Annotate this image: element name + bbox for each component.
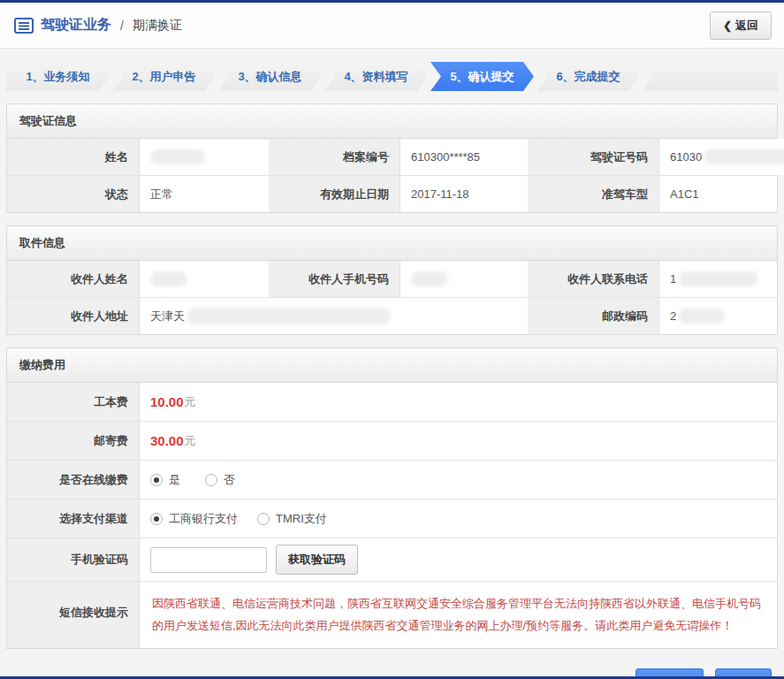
- fee-label: 工本费: [7, 383, 140, 421]
- sms-notice-text: 因陕西省联通、电信运营商技术问题，陕西省互联网交通安全综合服务管理平台无法向持陕…: [140, 582, 777, 648]
- step-3-confirm-info[interactable]: 3、确认信息: [218, 62, 322, 91]
- recipient-mobile-value: [400, 261, 529, 297]
- radio-checked-icon[interactable]: [150, 513, 163, 525]
- redacted-recipient-mobile: [411, 271, 448, 286]
- redacted-name: [150, 149, 205, 164]
- redacted-recipient-phone: [679, 271, 758, 286]
- radio-checked-icon[interactable]: [150, 474, 163, 486]
- step-2-declaration[interactable]: 2、用户申告: [112, 62, 216, 91]
- top-accent-bar: [0, 0, 784, 3]
- vehicle-class-value: A1C1: [659, 176, 777, 212]
- recipient-name-value: [140, 261, 270, 297]
- redacted-recipient-address: [187, 308, 391, 324]
- step-1-notice[interactable]: 1、业务须知: [6, 62, 110, 91]
- license-info-section: 驾驶证信息 姓名 档案编号 610300****85 驾驶证号码 61030 状…: [6, 103, 778, 213]
- expiry-label: 有效期止日期: [270, 176, 400, 212]
- pay-channel-options: 工商银行支付 TMRI支付: [140, 500, 777, 538]
- online-pay-yes-option[interactable]: 是: [150, 472, 180, 488]
- license-info-title: 驾驶证信息: [7, 104, 777, 139]
- back-button-label: 返回: [735, 18, 758, 34]
- table-row: 姓名 档案编号 610300****85 驾驶证号码 61030: [7, 139, 777, 176]
- breadcrumb: 驾驶证业务 / 期满换证: [14, 16, 182, 34]
- table-row: 收件人地址 天津天 邮政编码 2: [7, 298, 777, 334]
- step-6-complete[interactable]: 6、完成提交: [537, 62, 640, 91]
- file-no-label: 档案编号: [270, 139, 400, 175]
- sms-code-input[interactable]: [150, 547, 267, 573]
- page-subtitle: 期满换证: [133, 18, 182, 34]
- postage-row: 邮寄费 30.00 元: [7, 422, 777, 461]
- postage-unit: 元: [185, 433, 196, 449]
- pickup-info-section: 取件信息 收件人姓名 收件人手机号码 收件人联系电话 1 收件人地址 天津天 邮…: [6, 225, 778, 335]
- radio-unchecked-icon[interactable]: [257, 513, 270, 525]
- recipient-mobile-label: 收件人手机号码: [270, 261, 400, 297]
- online-pay-yes-label: 是: [169, 472, 180, 488]
- back-button[interactable]: ❮ 返回: [710, 11, 772, 40]
- sms-code-label: 手机验证码: [7, 538, 140, 581]
- sms-code-row: 手机验证码 获取验证码: [7, 538, 777, 582]
- channel-icbc-option[interactable]: 工商银行支付: [150, 511, 238, 527]
- step-filler-segment: [643, 62, 778, 91]
- page-title: 驾驶证业务: [41, 16, 111, 34]
- recipient-name-label: 收件人姓名: [7, 261, 140, 297]
- pay-channel-label: 选择支付渠道: [7, 500, 140, 538]
- file-no-value: 610300****85: [400, 139, 529, 175]
- channel-tmri-option[interactable]: TMRI支付: [257, 511, 327, 527]
- redacted-license-no: [704, 149, 784, 164]
- online-pay-label: 是否在线缴费: [7, 461, 140, 499]
- recipient-address-value: 天津天: [140, 298, 529, 334]
- page-header: 驾驶证业务 / 期满换证 ❮ 返回: [0, 0, 784, 49]
- radio-unchecked-icon[interactable]: [205, 474, 217, 486]
- postal-code-label: 邮政编码: [529, 298, 659, 334]
- payment-title: 缴纳费用: [7, 348, 777, 383]
- table-row: 收件人姓名 收件人手机号码 收件人联系电话 1: [7, 261, 777, 298]
- online-pay-row: 是否在线缴费 是 否: [7, 461, 777, 500]
- footer-actions: 上一步 完成: [0, 649, 784, 679]
- sms-notice-row: 短信接收提示 因陕西省联通、电信运营商技术问题，陕西省互联网交通安全综合服务管理…: [7, 582, 777, 648]
- pickup-info-title: 取件信息: [7, 226, 777, 261]
- sms-code-field-area: 获取验证码: [140, 538, 777, 581]
- redacted-postal-code: [679, 309, 725, 324]
- online-pay-no-option[interactable]: 否: [205, 472, 235, 488]
- recipient-phone-value: 1: [659, 261, 777, 297]
- sms-notice-label: 短信接收提示: [7, 582, 140, 648]
- vehicle-class-label: 准驾车型: [529, 176, 659, 212]
- step-navigation: 1、业务须知 2、用户申告 3、确认信息 4、资料填写 5、确认提交 6、完成提…: [6, 62, 778, 91]
- breadcrumb-separator: /: [120, 19, 124, 33]
- status-value: 正常: [140, 176, 270, 212]
- step-5-confirm-submit[interactable]: 5、确认提交: [430, 62, 534, 91]
- postage-amount: 30.00: [150, 433, 184, 448]
- list-icon: [14, 18, 34, 34]
- pay-channel-row: 选择支付渠道 工商银行支付 TMRI支付: [7, 500, 777, 538]
- payment-section: 缴纳费用 工本费 10.00 元 邮寄费 30.00 元 是否在线缴费 是 否: [6, 347, 778, 649]
- postage-label: 邮寄费: [7, 422, 140, 460]
- recipient-address-label: 收件人地址: [7, 298, 140, 334]
- fee-value: 10.00 元: [140, 383, 777, 421]
- fee-row: 工本费 10.00 元: [7, 383, 777, 422]
- online-pay-options: 是 否: [140, 461, 777, 499]
- expiry-value: 2017-11-18: [400, 176, 529, 212]
- postage-value: 30.00 元: [140, 422, 777, 460]
- channel-tmri-label: TMRI支付: [276, 511, 327, 527]
- postal-code-value: 2: [659, 298, 777, 334]
- status-label: 状态: [7, 176, 140, 212]
- recipient-phone-label: 收件人联系电话: [529, 261, 659, 297]
- fee-unit: 元: [185, 394, 196, 410]
- get-code-button[interactable]: 获取验证码: [276, 545, 358, 575]
- online-pay-no-label: 否: [224, 472, 235, 488]
- license-no-label: 驾驶证号码: [529, 139, 659, 175]
- step-4-fill-data[interactable]: 4、资料填写: [324, 62, 428, 91]
- license-no-value: 61030: [659, 139, 784, 175]
- table-row: 状态 正常 有效期止日期 2017-11-18 准驾车型 A1C1: [7, 176, 777, 212]
- back-arrow-icon: ❮: [723, 19, 732, 32]
- name-value: [140, 139, 270, 175]
- redacted-recipient-name: [150, 271, 187, 286]
- fee-amount: 10.00: [150, 394, 184, 409]
- name-label: 姓名: [7, 139, 140, 175]
- channel-icbc-label: 工商银行支付: [169, 511, 238, 527]
